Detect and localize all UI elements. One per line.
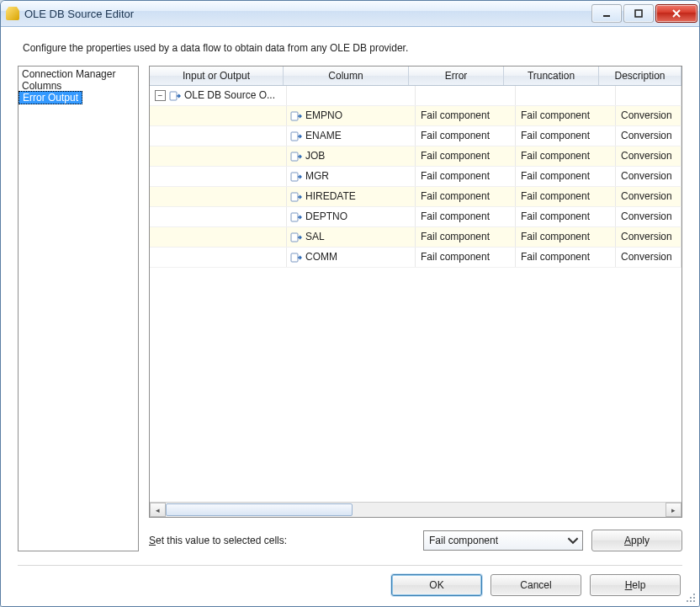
table-row[interactable]: JOBFail componentFail componentConversio… (150, 146, 681, 167)
svg-rect-15 (690, 600, 692, 602)
resize-grip[interactable] (685, 592, 697, 604)
cell-error[interactable]: Fail component (421, 207, 490, 226)
cell-column: ENAME (305, 126, 342, 146)
svg-rect-13 (693, 600, 695, 602)
cell-error[interactable]: Fail component (421, 187, 490, 206)
cell-column: JOB (305, 146, 325, 166)
column-icon (290, 171, 302, 183)
cell-error[interactable]: Fail component (421, 167, 490, 186)
nav-item-connection-manager[interactable]: Connection Manager (19, 68, 138, 80)
output-icon (169, 90, 181, 102)
svg-rect-5 (291, 152, 298, 161)
cell-truncation[interactable]: Fail component (521, 248, 590, 267)
nav-item-error-output[interactable]: Error Output (19, 91, 82, 104)
table-row[interactable]: SALFail componentFail componentConversio… (150, 227, 681, 248)
cell-description: Conversion (621, 126, 672, 146)
apply-button[interactable]: Apply (591, 530, 682, 551)
app-icon (6, 7, 19, 20)
svg-rect-14 (690, 597, 692, 599)
cell-error[interactable]: Fail component (421, 106, 490, 125)
svg-rect-0 (603, 15, 610, 17)
cell-truncation[interactable]: Fail component (521, 187, 590, 206)
cell-description: Conversion (621, 207, 672, 226)
cell-truncation[interactable]: Fail component (521, 207, 590, 226)
header-input-output[interactable]: Input or Output (150, 67, 284, 85)
error-output-grid: Input or Output Column Error Truncation … (149, 66, 682, 518)
cell-truncation[interactable]: Fail component (521, 167, 590, 186)
right-column: Input or Output Column Error Truncation … (149, 66, 682, 551)
svg-rect-10 (291, 253, 298, 262)
cell-column: SAL (305, 227, 325, 247)
cell-truncation[interactable]: Fail component (521, 126, 590, 146)
output-root-row[interactable]: − OLE DB Source O... (150, 86, 681, 106)
table-row[interactable]: DEPTNOFail componentFail componentConver… (150, 207, 681, 227)
grid-body[interactable]: − OLE DB Source O... EMPNOFail component… (150, 86, 681, 502)
scroll-track[interactable] (166, 503, 666, 516)
cell-column: COMM (305, 248, 337, 267)
cell-error[interactable]: Fail component (421, 126, 490, 146)
header-description[interactable]: Description (599, 67, 681, 85)
svg-rect-1 (635, 10, 642, 17)
set-value-combo[interactable]: Fail component (423, 530, 583, 551)
output-name: OLE DB Source O... (184, 86, 275, 105)
footer-separator (18, 565, 682, 566)
cell-truncation[interactable]: Fail component (521, 106, 590, 125)
cell-description: Conversion (621, 248, 672, 267)
cell-error[interactable]: Fail component (421, 146, 490, 166)
header-column[interactable]: Column (284, 67, 409, 85)
main-split: Connection Manager Columns Error Output … (18, 66, 682, 551)
column-icon (290, 232, 302, 243)
cell-error[interactable]: Fail component (421, 248, 490, 267)
scroll-left-button[interactable]: ◂ (150, 503, 166, 517)
svg-rect-3 (291, 112, 298, 120)
close-button[interactable] (655, 4, 697, 23)
cell-description: Conversion (621, 187, 672, 206)
table-row[interactable]: ENAMEFail componentFail componentConvers… (150, 126, 681, 146)
column-icon (290, 252, 302, 264)
nav-item-columns[interactable]: Columns (19, 80, 138, 92)
table-row[interactable]: COMMFail componentFail componentConversi… (150, 248, 681, 268)
cell-description: Conversion (621, 146, 672, 166)
scroll-thumb[interactable] (166, 503, 353, 516)
cell-column: DEPTNO (305, 207, 347, 226)
maximize-button[interactable] (623, 4, 654, 23)
svg-rect-2 (170, 92, 177, 100)
cell-truncation[interactable]: Fail component (521, 146, 590, 166)
cell-truncation[interactable]: Fail component (521, 227, 590, 247)
svg-rect-16 (687, 600, 688, 602)
content-area: Configure the properties used by a data … (1, 27, 699, 606)
svg-rect-12 (693, 597, 695, 599)
svg-rect-8 (291, 213, 298, 221)
svg-rect-11 (693, 594, 695, 595)
set-value-label: Set this value to selected cells: (149, 535, 415, 546)
grid-header: Input or Output Column Error Truncation … (150, 67, 681, 86)
cell-description: Conversion (621, 106, 672, 125)
header-error[interactable]: Error (409, 67, 504, 85)
cell-description: Conversion (621, 227, 672, 247)
scroll-right-button[interactable]: ▸ (666, 503, 681, 517)
window-title: OLE DB Source Editor (24, 8, 591, 20)
column-icon (290, 130, 302, 142)
table-row[interactable]: EMPNOFail componentFail componentConvers… (150, 106, 681, 126)
minimize-button[interactable] (591, 4, 622, 23)
cell-description: Conversion (621, 167, 672, 186)
help-button[interactable]: Help (590, 574, 681, 596)
cancel-button[interactable]: Cancel (491, 574, 581, 596)
titlebar[interactable]: OLE DB Source Editor (1, 1, 699, 27)
table-row[interactable]: HIREDATEFail componentFail componentConv… (150, 187, 681, 207)
svg-rect-6 (291, 173, 298, 181)
instruction-text: Configure the properties used by a data … (23, 42, 682, 54)
cell-error[interactable]: Fail component (421, 227, 490, 247)
window-buttons (591, 4, 697, 23)
ok-button[interactable]: OK (391, 574, 482, 596)
column-icon (290, 110, 302, 122)
svg-rect-9 (291, 233, 298, 242)
horizontal-scrollbar[interactable]: ◂ ▸ (150, 502, 681, 517)
svg-rect-4 (291, 132, 298, 141)
dialog-window: OLE DB Source Editor Configure the prope… (0, 0, 700, 607)
header-truncation[interactable]: Truncation (504, 67, 599, 85)
table-row[interactable]: MGRFail componentFail componentConversio… (150, 167, 681, 187)
collapse-icon[interactable]: − (155, 90, 166, 101)
column-icon (290, 151, 302, 162)
nav-panel: Connection Manager Columns Error Output (18, 66, 139, 551)
